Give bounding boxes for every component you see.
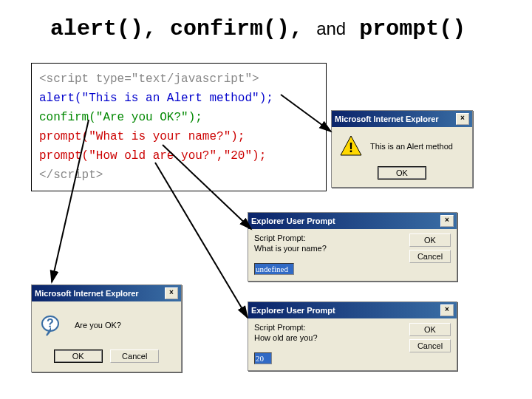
prompt1-question: What is your name? — [254, 244, 403, 253]
prompt2-title: Explorer User Prompt — [251, 306, 335, 315]
code-line-1: <script type="text/javascript"> — [39, 69, 318, 89]
question-icon: ? — [41, 313, 64, 337]
close-icon[interactable]: × — [440, 215, 454, 227]
title-confirm: confirm() — [170, 16, 290, 41]
confirm-dialog: Microsoft Internet Explorer × ? Are you … — [31, 284, 182, 372]
alert-title: Microsoft Internet Explorer — [335, 115, 439, 123]
prompt1-label: Script Prompt: — [254, 233, 403, 242]
ok-button[interactable]: OK — [409, 233, 451, 247]
ok-button[interactable]: OK — [378, 166, 426, 180]
alert-titlebar: Microsoft Internet Explorer × — [332, 111, 472, 127]
cancel-button[interactable]: Cancel — [110, 349, 159, 363]
cancel-button[interactable]: Cancel — [409, 250, 451, 263]
svg-text:?: ? — [47, 317, 54, 330]
close-icon[interactable]: × — [165, 287, 178, 299]
comma: , — [290, 16, 303, 41]
prompt2-titlebar: Explorer User Prompt × — [248, 302, 457, 318]
title-and: and — [316, 18, 346, 38]
svg-text:!: ! — [349, 140, 353, 155]
code-line-6: </script> — [39, 166, 318, 185]
confirm-message: Are you OK? — [75, 321, 121, 330]
alert-message: This is an Alert method — [370, 142, 453, 151]
slide-title: alert(), confirm(), and prompt() — [50, 16, 466, 41]
prompt-dialog-1: Explorer User Prompt × OK Cancel Script … — [248, 212, 457, 282]
prompt2-question: How old are you? — [254, 333, 403, 342]
warning-icon: ! — [339, 134, 363, 158]
code-line-5: prompt("How old are you?","20"); — [39, 146, 318, 166]
code-line-4: prompt("What is your name?"); — [39, 127, 318, 146]
prompt1-title: Explorer User Prompt — [251, 216, 335, 225]
confirm-title: Microsoft Internet Explorer — [35, 289, 139, 298]
ok-button[interactable]: OK — [409, 323, 451, 336]
title-alert: alert() — [50, 16, 143, 41]
prompt1-titlebar: Explorer User Prompt × — [248, 213, 457, 229]
close-icon[interactable]: × — [456, 113, 469, 125]
prompt1-input[interactable]: undefined — [254, 263, 294, 275]
code-line-2: alert("This is an Alert method"); — [39, 89, 318, 108]
alert-dialog: Microsoft Internet Explorer × ! This is … — [331, 110, 473, 188]
prompt2-input[interactable]: 20 — [254, 352, 272, 364]
code-line-3: confirm("Are you OK?"); — [39, 108, 318, 127]
prompt-dialog-2: Explorer User Prompt × OK Cancel Script … — [248, 301, 457, 371]
cancel-button[interactable]: Cancel — [409, 339, 451, 352]
title-prompt: prompt() — [359, 16, 466, 41]
confirm-titlebar: Microsoft Internet Explorer × — [32, 285, 181, 301]
ok-button[interactable]: OK — [54, 349, 103, 363]
close-icon[interactable]: × — [440, 304, 454, 316]
code-box: <script type="text/javascript"> alert("T… — [31, 63, 327, 191]
prompt2-label: Script Prompt: — [254, 323, 403, 332]
comma: , — [143, 16, 157, 41]
